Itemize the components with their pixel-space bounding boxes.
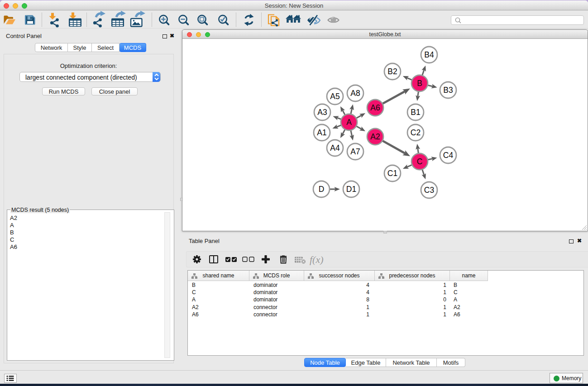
svg-text:C3: C3 — [424, 186, 434, 195]
svg-text:C4: C4 — [443, 151, 454, 160]
svg-text:B4: B4 — [424, 50, 434, 59]
svg-text:D: D — [319, 185, 325, 194]
svg-text:A8: A8 — [350, 89, 360, 98]
svg-text:A6: A6 — [370, 103, 380, 112]
svg-text:A4: A4 — [330, 143, 340, 152]
svg-text:A3: A3 — [317, 108, 327, 117]
svg-text:f(x): f(x) — [310, 254, 324, 265]
svg-text:A5: A5 — [330, 92, 339, 101]
svg-text:C1: C1 — [387, 169, 397, 178]
svg-text:B1: B1 — [411, 108, 420, 117]
svg-text:C: C — [417, 157, 423, 166]
svg-text:A7: A7 — [350, 147, 360, 156]
svg-text:A: A — [346, 118, 352, 127]
svg-text:A1: A1 — [317, 128, 326, 137]
svg-text:D1: D1 — [346, 185, 356, 194]
svg-text:A2: A2 — [370, 132, 380, 141]
svg-text:B: B — [417, 79, 422, 88]
svg-text:C2: C2 — [411, 128, 421, 137]
svg-text:B2: B2 — [387, 67, 397, 76]
svg-text:B3: B3 — [443, 86, 453, 95]
